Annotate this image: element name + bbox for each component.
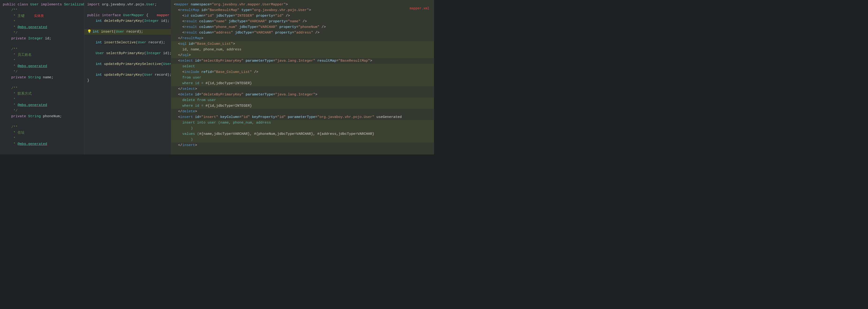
line-insert-method: 💡int insert(User record); [84,29,171,35]
line-comment6: * [0,97,84,102]
mapper-label: mapper.xml [410,6,429,10]
line-comment7: /** [0,124,84,130]
line-insert-paren2: ) [171,137,434,143]
line-select-end: </select> [171,86,434,92]
line-empty-m3 [84,35,171,40]
line-empty-m4 [84,45,171,51]
line-insert-xml: <insert id="insert" keyColumn="id" keyPr… [171,115,434,120]
line-interface-decl: public interface UserMapper { mapper [84,13,171,18]
line-where: where id = #{id,jdbcType=INTEGER} [171,81,434,86]
line-id-col: <id column="id" jdbcType="INTEGER" prope… [171,13,434,19]
line-empty3 [0,119,84,124]
line-insert-end: </insert> [171,143,434,148]
line-comment-end1: */ [0,30,84,36]
line-zhujian: * 主键 实体类 [0,13,84,19]
panel-left: public class User implements Serializabl… [0,0,84,154]
line-empty-m2 [84,24,171,29]
line-include: <include refid="Base_Column_List" /> [171,69,434,75]
line-delete: <delete id="deleteByPrimaryKey" paramete… [171,92,434,97]
line-field-name: private String name; [0,75,84,81]
line-annotation1: * @mbg.generated [0,25,84,30]
line-update: int updateByPrimaryKey(User record); [84,72,171,78]
line-annotation3: * @mbg.generated [0,102,84,108]
line-empty1 [0,41,84,47]
line-brace-close: } [84,78,171,84]
line-import: import org.javaboy.vhr.pojo.User; [84,2,171,7]
line-sql-id: <sql id="Base_Column_List"> [171,41,434,47]
line-comment2: * [0,19,84,25]
line-comment-end3: */ [0,108,84,114]
line-comment8: * [0,136,84,142]
line-sql-content: id, name, phone_num, address [171,47,434,53]
line-comment-end2: */ [0,69,84,75]
line-select: <select id="selectByPrimaryKey" paramete… [171,58,434,64]
line-empty-m5 [84,56,171,61]
line-xml-mapper: <mapper namespace="org.javaboy.vhr.mappe… [171,2,434,7]
line-comment3: /** [0,47,84,52]
line-values: values (#{name,jdbcType=VARCHAR}, #{phon… [171,131,434,137]
line-empty-m1 [84,7,171,13]
line-empty2 [0,81,84,86]
line-comment5: /** [0,86,84,91]
line-update-selective: int updateByPrimaryKeySelective(User rec… [84,61,171,67]
line-delete-end: </delete> [171,109,434,115]
line-select-keyword: select [171,64,434,69]
line-empty-m6 [84,67,171,72]
line-insert-into: insert into user (name, phone_num, addre… [171,120,434,126]
line-class-decl: public class User implements Serializabl… [0,2,84,7]
line-field-id: private Integer id; [0,36,84,41]
line-field-phone: private String phoneNum; [0,114,84,119]
line-sql-end: </sql> [171,53,434,58]
line-annotation4: * @mbg.generated [0,142,84,147]
line-zhuzhi: * 住址 [0,130,84,136]
editor-container: public class User implements Serializabl… [0,0,434,154]
line-yuangong: * 员工姓名 [0,52,84,58]
line-resultmap: <resultMap id="BaseResultMap" type="org.… [171,7,434,13]
panel-middle: import org.javaboy.vhr.pojo.User; public… [84,0,171,154]
line-insert-selective: int insertSelective(User record); [84,40,171,45]
line-comment1: /** [0,7,84,13]
line-insert-paren1: ) [171,126,434,131]
panel-right: mapper.xml <mapper namespace="org.javabo… [171,0,434,154]
line-annotation2: * @mbg.generated [0,64,84,69]
line-address-col: <result column="address" jdbcType="VARCH… [171,30,434,36]
line-name-col: <result column="name" jdbcType="VARCHAR"… [171,19,434,24]
line-delete-method: int deleteByPrimaryKey(Integer id); [84,18,171,24]
line-delete-from: delete from user [171,97,434,103]
line-phone-col: <result column="phone_num" jdbcType="VAR… [171,24,434,30]
line-from: from user [171,75,434,81]
line-lianxi: * 联系方式 [0,91,84,97]
line-comment4: * [0,58,84,64]
line-delete-where: where id = #{id,jdbcType=INTEGER} [171,103,434,109]
bulb-icon: 💡 [87,29,92,34]
line-resultmap-end: </resultMap> [171,36,434,41]
line-select-method: User selectByPrimaryKey(Integer id); [84,51,171,56]
